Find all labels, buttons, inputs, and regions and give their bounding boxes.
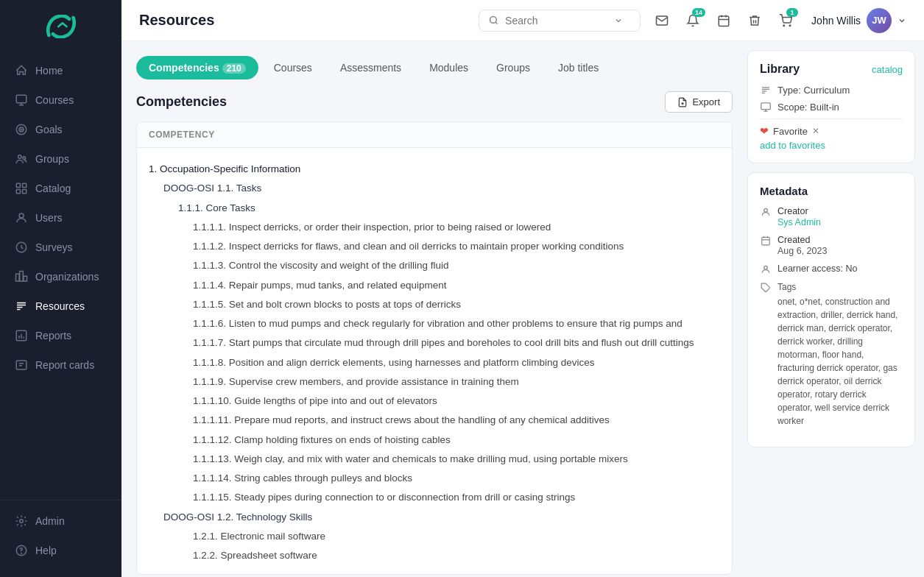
topbar: Resources 14 1: [121, 0, 924, 41]
export-button[interactable]: Export: [665, 91, 733, 113]
svg-point-10: [19, 213, 24, 218]
metadata-card: Metadata Creator Sys Admin Created Aug 6…: [747, 172, 915, 447]
main-area: Resources 14 1: [121, 0, 924, 577]
section-title: Competencies: [136, 94, 227, 110]
sidebar-item-goals[interactable]: Goals: [0, 115, 121, 144]
sidebar-item-home[interactable]: Home: [0, 56, 121, 85]
svg-rect-8: [16, 190, 20, 194]
creator-icon: [760, 207, 772, 217]
notifications-button[interactable]: 14: [680, 8, 705, 33]
tab-groups[interactable]: Groups: [484, 56, 543, 79]
tab-competencies[interactable]: Competencies210: [136, 56, 258, 79]
svg-point-3: [21, 129, 22, 130]
competency-item: 1.1.1.12. Clamp holding fixtures on ends…: [149, 431, 720, 450]
sidebar-item-reports[interactable]: Reports: [0, 321, 121, 350]
search-bar[interactable]: [479, 10, 641, 32]
competency-item: 1.1.1.3. Control the viscosity and weigh…: [149, 256, 720, 275]
svg-point-20: [490, 17, 497, 24]
svg-rect-29: [762, 237, 770, 245]
tab-job-titles[interactable]: Job titles: [546, 56, 611, 79]
sidebar-item-resources[interactable]: Resources: [0, 291, 121, 321]
competency-item: 1.1.1. Core Tasks: [149, 199, 720, 218]
svg-point-5: [23, 157, 26, 160]
tab-modules[interactable]: Modules: [417, 56, 481, 79]
catalog-link[interactable]: catalog: [872, 64, 903, 75]
tags-icon: [760, 283, 772, 293]
cart-button[interactable]: 1: [773, 8, 798, 33]
competency-item: 1. Occupation-Specific Information: [149, 160, 720, 179]
competency-item: 1.1.1.9. Supervise crew members, and pro…: [149, 372, 720, 392]
tabs-row: Competencies210 Courses Assessments Modu…: [136, 56, 733, 79]
metadata-tags-row: Tags onet, o*net, construction and extra…: [760, 282, 903, 428]
svg-rect-13: [20, 272, 24, 282]
sidebar-item-catalog[interactable]: Catalog: [0, 174, 121, 203]
competency-item: 1.1.1.8. Position and align derrick elem…: [149, 353, 720, 372]
section-header: Competencies Export: [136, 91, 733, 113]
sidebar: Home Courses Goals Groups Catalog Users: [0, 0, 121, 577]
calendar-button[interactable]: [711, 8, 736, 33]
competency-item: 1.2.2. Spreadsheet software: [149, 546, 720, 565]
sidebar-item-users[interactable]: Users: [0, 203, 121, 233]
library-type-row: Type: Curriculum: [760, 85, 903, 96]
right-panel: Library catalog Type: Curriculum Scope: …: [747, 41, 924, 577]
svg-rect-9: [23, 190, 27, 194]
notifications-badge: 14: [692, 8, 705, 17]
competencies-table: Competency 1. Occupation-Specific Inform…: [136, 121, 733, 575]
competency-item: 1.1.1.11. Prepare mud reports, and instr…: [149, 411, 720, 430]
svg-point-17: [20, 520, 24, 523]
svg-point-28: [764, 208, 768, 212]
library-scope-row: Scope: Built-in: [760, 102, 903, 113]
svg-point-19: [21, 553, 22, 553]
svg-rect-12: [16, 274, 20, 281]
competency-item: 1.1.1.7. Start pumps that circulate mud …: [149, 333, 720, 353]
competency-item: DOOG-OSI 1.2. Technology Skills: [149, 508, 720, 527]
library-card-header: Library catalog: [760, 63, 903, 76]
calendar-icon: [760, 236, 772, 246]
competency-item: 1.1.1.10. Guide lengths of pipe into and…: [149, 392, 720, 411]
user-menu-chevron[interactable]: [897, 16, 906, 25]
type-icon: [760, 85, 772, 96]
search-input[interactable]: [505, 15, 608, 26]
page-title: Resources: [139, 12, 214, 29]
competency-item: 1.1.1.13. Weigh clay, and mix with water…: [149, 450, 720, 469]
search-icon: [488, 15, 499, 26]
tab-courses[interactable]: Courses: [261, 56, 325, 79]
remove-favorite-button[interactable]: ✕: [812, 126, 819, 136]
avatar: JW: [867, 8, 892, 33]
sidebar-item-groups[interactable]: Groups: [0, 144, 121, 174]
svg-rect-6: [16, 183, 20, 187]
content-area: Competencies210 Courses Assessments Modu…: [121, 41, 924, 577]
chevron-down-icon: [614, 16, 623, 25]
sidebar-item-surveys[interactable]: Surveys: [0, 233, 121, 262]
sidebar-item-report-cards[interactable]: Report cards: [0, 350, 121, 380]
competency-item: 1.1.1.1. Inspect derricks, or order thei…: [149, 218, 720, 237]
metadata-creator-row: Creator Sys Admin: [760, 206, 903, 227]
svg-rect-0: [16, 95, 27, 103]
competency-item: 1.1.1.15. Steady pipes during connection…: [149, 488, 720, 507]
svg-point-30: [764, 266, 768, 269]
table-column-header: Competency: [137, 122, 732, 148]
mail-button[interactable]: [649, 8, 674, 33]
sidebar-item-organizations[interactable]: Organizations: [0, 262, 121, 291]
sidebar-item-help[interactable]: Help: [0, 536, 121, 565]
user-name: John Willis: [811, 15, 861, 26]
competency-item: DOOG-OSI 1.1. Tasks: [149, 179, 720, 198]
heart-icon: ❤: [760, 125, 769, 137]
export-icon: [677, 97, 688, 107]
topbar-icons: 14 1: [649, 8, 798, 33]
scope-icon: [760, 102, 772, 113]
svg-rect-22: [719, 16, 729, 26]
logo: [0, 0, 121, 56]
add-to-favorites-link[interactable]: add to favorites: [760, 140, 903, 151]
svg-rect-14: [24, 276, 27, 281]
sidebar-item-admin[interactable]: Admin: [0, 506, 121, 536]
sidebar-item-courses[interactable]: Courses: [0, 85, 121, 115]
svg-point-23: [783, 25, 785, 26]
user-info: John Willis JW: [811, 8, 906, 33]
tab-assessments[interactable]: Assessments: [328, 56, 414, 79]
competency-item: 1.1.1.14. String cables through pulleys …: [149, 469, 720, 488]
competency-item: 1.2.1. Electronic mail software: [149, 527, 720, 546]
trash-button[interactable]: [742, 8, 767, 33]
competency-item: 1.1.1.6. Listen to mud pumps and check r…: [149, 314, 720, 333]
competency-item: 1.1.1.4. Repair pumps, mud tanks, and re…: [149, 276, 720, 295]
